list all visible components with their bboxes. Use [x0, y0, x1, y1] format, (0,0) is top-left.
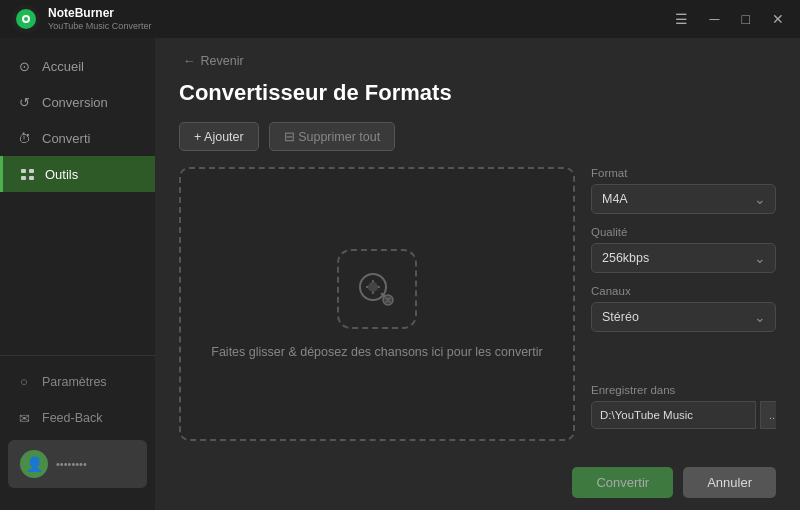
avatar: 👤 — [20, 450, 48, 478]
sidebar-item-feedback[interactable]: ✉ Feed-Back — [0, 400, 155, 436]
user-name: •••••••• — [56, 458, 87, 470]
app-logo — [12, 5, 40, 33]
minimize-button[interactable]: ─ — [706, 10, 724, 28]
quality-label: Qualité — [591, 226, 776, 238]
tools-icon — [19, 166, 35, 182]
toolbar: + Ajouter ⊟ Supprimer tout — [179, 122, 776, 151]
app-title-block: NoteBurner YouTube Music Converter — [48, 6, 151, 31]
back-button[interactable]: ← Revenir — [175, 50, 252, 72]
app-branding: NoteBurner YouTube Music Converter — [12, 5, 151, 33]
save-path-input[interactable] — [591, 401, 756, 429]
main-layout: ⊙ Accueil ↺ Conversion ⏱ Converti Outils — [0, 38, 800, 510]
sidebar-label-parametres: Paramètres — [42, 375, 107, 389]
format-label: Format — [591, 167, 776, 179]
sidebar-label-outils: Outils — [45, 167, 78, 182]
svg-rect-4 — [21, 176, 26, 180]
format-select[interactable]: M4A MP3 AAC FLAC WAV OGG — [591, 184, 776, 214]
channels-select-wrapper: Mono Stéréo — [591, 302, 776, 332]
convert-button[interactable]: Convertir — [572, 467, 673, 498]
sidebar-label-converti: Converti — [42, 131, 90, 146]
channels-label: Canaux — [591, 285, 776, 297]
sidebar-bottom: ○ Paramètres ✉ Feed-Back 👤 •••••••• — [0, 355, 155, 500]
format-group: Format M4A MP3 AAC FLAC WAV OGG — [591, 167, 776, 214]
channels-group: Canaux Mono Stéréo — [591, 285, 776, 332]
back-label: Revenir — [201, 54, 244, 68]
svg-rect-6 — [29, 176, 34, 180]
content-area: ← Revenir Convertisseur de Formats + Ajo… — [155, 38, 800, 510]
history-icon: ⏱ — [16, 130, 32, 146]
sidebar: ⊙ Accueil ↺ Conversion ⏱ Converti Outils — [0, 38, 155, 510]
drop-hint-text: Faites glisser & déposez des chansons ic… — [211, 345, 542, 359]
svg-point-2 — [24, 17, 28, 21]
menu-button[interactable]: ☰ — [671, 10, 692, 28]
format-select-wrapper: M4A MP3 AAC FLAC WAV OGG — [591, 184, 776, 214]
save-label: Enregistrer dans — [591, 384, 776, 396]
mail-icon: ✉ — [16, 410, 32, 426]
drop-zone[interactable]: Faites glisser & déposez des chansons ic… — [179, 167, 575, 441]
home-icon: ⊙ — [16, 58, 32, 74]
svg-rect-3 — [21, 169, 26, 173]
content-body: Convertisseur de Formats + Ajouter ⊟ Sup… — [155, 80, 800, 457]
save-location-group: Enregistrer dans ... — [591, 384, 776, 429]
titlebar: NoteBurner YouTube Music Converter ☰ ─ □… — [0, 0, 800, 38]
sidebar-item-parametres[interactable]: ○ Paramètres — [0, 364, 155, 400]
conversion-icon: ↺ — [16, 94, 32, 110]
close-button[interactable]: ✕ — [768, 10, 788, 28]
sidebar-label-conversion: Conversion — [42, 95, 108, 110]
svg-rect-5 — [29, 169, 34, 173]
add-button[interactable]: + Ajouter — [179, 122, 259, 151]
quality-select-wrapper: 128kbps 192kbps 256kbps 320kbps — [591, 243, 776, 273]
quality-select[interactable]: 128kbps 192kbps 256kbps 320kbps — [591, 243, 776, 273]
user-section[interactable]: 👤 •••••••• — [8, 440, 147, 488]
delete-all-button[interactable]: ⊟ Supprimer tout — [269, 122, 395, 151]
sidebar-label-feedback: Feed-Back — [42, 411, 102, 425]
window-controls: ☰ ─ □ ✕ — [671, 10, 788, 28]
sidebar-item-outils[interactable]: Outils — [0, 156, 155, 192]
app-subtitle: YouTube Music Converter — [48, 21, 151, 32]
app-name: NoteBurner — [48, 6, 151, 20]
drop-icon — [337, 249, 417, 329]
channels-select[interactable]: Mono Stéréo — [591, 302, 776, 332]
save-row: ... — [591, 401, 776, 429]
back-arrow-icon: ← — [183, 54, 196, 68]
browse-button[interactable]: ... — [760, 401, 776, 429]
sidebar-item-converti[interactable]: ⏱ Converti — [0, 120, 155, 156]
maximize-button[interactable]: □ — [738, 10, 754, 28]
sidebar-item-conversion[interactable]: ↺ Conversion — [0, 84, 155, 120]
action-bar: Convertir Annuler — [155, 457, 800, 510]
content-header: ← Revenir — [155, 38, 800, 80]
sidebar-item-accueil[interactable]: ⊙ Accueil — [0, 48, 155, 84]
panel-area: Faites glisser & déposez des chansons ic… — [179, 167, 776, 441]
svg-point-8 — [368, 282, 378, 292]
settings-panel: Format M4A MP3 AAC FLAC WAV OGG — [591, 167, 776, 441]
sidebar-label-accueil: Accueil — [42, 59, 84, 74]
cancel-button[interactable]: Annuler — [683, 467, 776, 498]
quality-group: Qualité 128kbps 192kbps 256kbps 320kbps — [591, 226, 776, 273]
page-title: Convertisseur de Formats — [179, 80, 776, 106]
settings-icon: ○ — [16, 374, 32, 390]
